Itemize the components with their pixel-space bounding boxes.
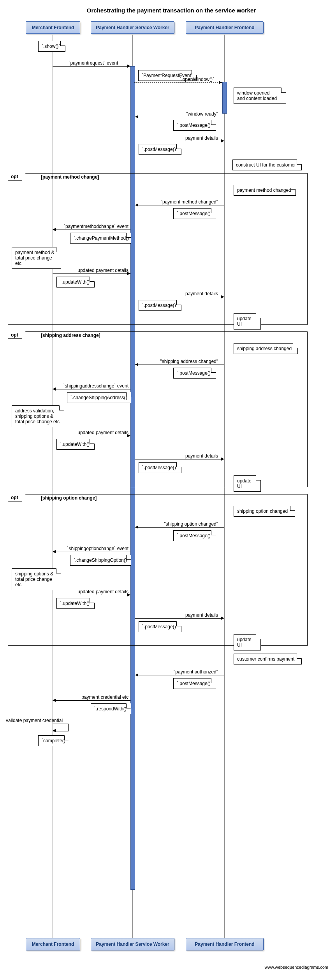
arrow [135,141,224,141]
arrow [53,389,130,389]
note-update-ui: update UI [234,634,261,650]
arrowhead [127,65,130,68]
msg-label: `shippingoptionchange` event [55,546,128,551]
arrowhead [127,593,130,596]
arrow-dashed [134,82,222,83]
arrow [53,436,130,436]
note-construct-ui: construct UI for the customer [232,160,302,170]
note-complete: `complete()` [38,735,69,746]
arrow [53,552,130,552]
msg-label: updated payment details [62,430,128,435]
arrowhead [53,550,56,553]
arrow [135,618,224,619]
participant-ph-top: Payment Handler Frontend [186,21,264,34]
msg-label: updated payment details [62,268,128,273]
arrowhead [221,139,224,142]
msg-label: "shipping address changed" [144,359,218,364]
arrow [135,527,224,528]
arrowhead [127,434,130,437]
arrow [53,66,130,67]
opt-label: opt [8,331,26,339]
opt-guard-3: [shipping option change] [41,495,97,501]
note-pm: `.postMessage()` [173,208,216,219]
arrow [135,117,223,117]
arrow [135,205,224,205]
participant-merchant-bottom: Merchant Frontend [26,938,80,950]
note-so-changed: shipping option changed [234,506,295,517]
msg-label: `shippingaddresschange` event [55,383,128,389]
participant-sw-top: Payment Handler Service Worker [91,21,174,34]
opt-guard-2: [shipping address change] [41,333,100,338]
note-uw: `.updateWith()` [56,598,95,609]
msg-label: "window ready" [148,111,218,117]
note-uw: `.updateWith()` [56,439,95,450]
arrow [53,700,130,701]
sequence-diagram: Orchestrating the payment transaction on… [0,0,336,980]
note-pm: `.postMessage()` [139,300,181,311]
note-confirm: customer confirms payment [234,654,302,664]
msg-label: `.openWindow()` [156,77,214,82]
note-mf-sachange: address validation, shipping options & t… [12,405,64,427]
participant-ph-bottom: Payment Handler Frontend [186,938,264,950]
msg-label: payment details [156,291,218,296]
note-mf-pmchange: payment method & total price change etc [12,247,61,269]
activation-sw [130,66,135,890]
arrowhead [53,699,56,702]
msg-label: "shipping option changed" [144,521,218,527]
note-window-opened: window opened and content loaded [234,88,286,104]
arrowhead [53,387,56,391]
msg-label: payment details [156,612,218,618]
arrow [135,365,224,365]
note-cso: `.changeShippingOption()` [70,555,131,566]
note-show: `.show()` [38,41,65,52]
note-pm: `.postMessage()` [139,144,181,155]
arrowhead [221,295,224,298]
note-uw: `.updateWith()` [56,277,95,288]
arrowhead [135,115,138,118]
note-pm: `.postMessage()` [139,462,181,473]
arrow [53,273,130,274]
msg-label: payment details [156,453,218,459]
arrowhead [221,458,224,461]
arrowhead [135,363,138,366]
msg-label: `paymentrequest` event [62,60,125,66]
msg-label: `paymentmethodchange` event [55,224,128,229]
note-pm: `.postMessage()` [173,368,216,379]
note-pm-changed: payment method changed [234,185,296,196]
msg-label: payment credential etc [62,694,128,700]
note-pm: `.postMessage()` [139,621,181,632]
opt-guard-1: [payment method change] [41,174,99,180]
msg-label: updated payment details [62,589,128,594]
arrow [53,595,130,595]
footer-link[interactable]: www.websequencediagrams.com [265,965,328,969]
note-update-ui: update UI [234,475,261,492]
note-pm: `.postMessage()` [173,530,216,541]
arrow [135,675,224,675]
arrowhead [135,526,138,529]
arrowhead [135,673,138,677]
note-update-ui: update UI [234,313,261,330]
arrowhead [53,729,56,732]
msg-label: validate payment credential [6,718,80,723]
activation-ph-open [222,82,227,114]
opt-label: opt [8,494,26,501]
arrowhead [219,81,222,84]
arrowhead [53,228,56,231]
arrowhead [135,203,138,207]
participant-sw-bottom: Payment Handler Service Worker [91,938,174,950]
note-cpm: `.changePaymentMethod()` [70,233,131,244]
note-sa-changed: shipping address changed [234,343,298,354]
arrow [135,297,224,297]
diagram-title: Orchestrating the payment transaction on… [74,7,269,14]
arrowhead [221,617,224,620]
participant-merchant-top: Merchant Frontend [26,21,80,34]
note-mf-sochange: shipping options & total price change et… [12,568,61,590]
note-rw: `.respondWith()` [91,703,131,714]
msg-label: payment details [156,135,218,141]
msg-label: "payment authorized" [144,669,218,675]
lifeline-ph [224,35,225,938]
arrowhead [127,272,130,275]
opt-label: opt [8,173,26,181]
note-csa: `.changeShippingAddress()` [67,392,131,403]
arrow [53,230,130,230]
